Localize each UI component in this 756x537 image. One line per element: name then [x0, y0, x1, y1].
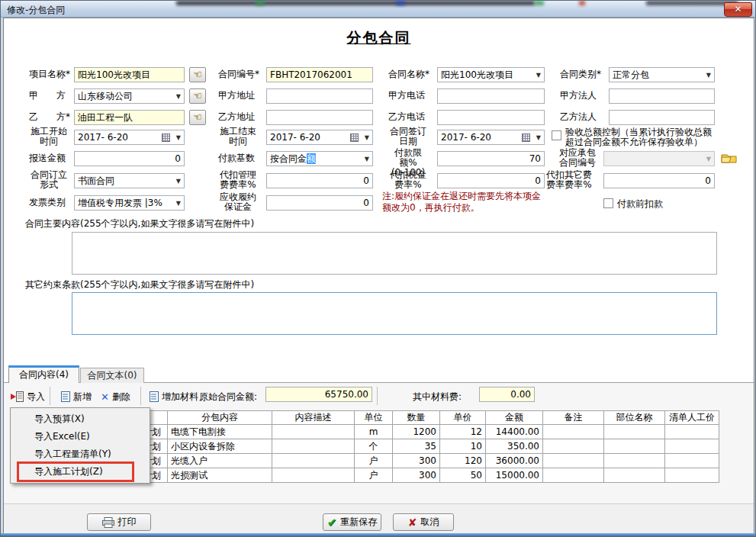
other-terms-textarea[interactable] — [72, 292, 717, 335]
end-date-picker[interactable]: 2017- 6-20▼ — [266, 130, 373, 145]
title-bar[interactable]: 修改-分包合同 ✕ — [1, 1, 756, 18]
pre-pay-deduct-checkbox[interactable] — [603, 198, 613, 208]
calendar-icon[interactable] — [350, 133, 359, 142]
table-cell[interactable]: 50 — [440, 468, 486, 483]
party-b-tel-field[interactable] — [437, 110, 545, 125]
contract-no-field[interactable]: FBHT2017062001 — [266, 67, 373, 82]
pay-base-combo[interactable]: 按合同金额▼ — [266, 151, 373, 166]
chevron-down-icon[interactable]: ▼ — [706, 72, 711, 79]
calendar-icon[interactable] — [522, 133, 530, 142]
table-cell[interactable] — [543, 425, 604, 439]
contract-name-combo[interactable]: 阳光100光改项目▼ — [437, 67, 545, 82]
import-button[interactable]: 导入 — [8, 388, 47, 405]
calendar-icon[interactable] — [162, 133, 170, 142]
table-cell[interactable] — [604, 468, 665, 483]
chevron-down-icon[interactable]: ▼ — [176, 201, 181, 207]
table-cell[interactable] — [543, 439, 604, 454]
project-name-field[interactable]: 阳光100光改项目 — [74, 67, 185, 82]
chevron-down-icon[interactable]: ▼ — [365, 135, 369, 141]
chevron-down-icon[interactable]: ▼ — [365, 156, 369, 162]
accept-total-ctrl-checkbox[interactable] — [552, 130, 561, 140]
table-cell[interactable] — [665, 439, 719, 454]
table-cell[interactable]: 电缆下电割接 — [168, 425, 272, 439]
table-cell[interactable]: 36000.00 — [486, 454, 543, 468]
form-type-label: 合同订立 形式 — [29, 170, 69, 190]
party-a-tel-field[interactable] — [437, 88, 545, 104]
close-button[interactable]: ✕ — [724, 2, 752, 17]
mgmt-fee-field[interactable]: 0 — [266, 173, 373, 188]
material-fee-field[interactable]: 0.00 — [479, 387, 535, 402]
table-cell[interactable] — [665, 468, 719, 483]
tax-fee-field[interactable]: 0 — [437, 173, 545, 188]
table-cell[interactable]: 户 — [355, 454, 393, 468]
report-amount-field[interactable]: 0 — [74, 151, 185, 166]
table-cell[interactable] — [272, 425, 355, 439]
sign-date-value: 2017- 6-20 — [441, 132, 491, 143]
table-cell[interactable]: 300 — [393, 468, 440, 483]
table-cell[interactable]: 35 — [393, 439, 440, 454]
table-cell[interactable] — [272, 454, 355, 468]
table-cell[interactable] — [665, 425, 719, 439]
table-cell[interactable] — [604, 439, 665, 454]
chevron-down-icon[interactable]: ▼ — [176, 135, 181, 141]
delete-row-button[interactable]: ✕ 删除 — [98, 388, 133, 405]
table-cell[interactable] — [543, 468, 604, 483]
related-contract-combo[interactable]: ▼ — [603, 151, 715, 166]
table-cell[interactable] — [543, 454, 604, 468]
table-cell[interactable]: 120 — [440, 454, 486, 468]
chevron-down-icon[interactable]: ▼ — [536, 135, 541, 141]
invoice-type-combo[interactable]: 增值税专用发票 |3%▼ — [74, 195, 185, 211]
form-type-combo[interactable]: 书面合同▼ — [74, 173, 185, 188]
table-cell[interactable]: 小区内设备拆除 — [168, 439, 272, 454]
party-a-addr-field[interactable] — [266, 88, 373, 104]
chevron-down-icon[interactable]: ▼ — [536, 72, 541, 79]
sign-date-picker[interactable]: 2017- 6-20▼ — [437, 130, 545, 145]
table-cell[interactable]: 15000.00 — [486, 468, 543, 483]
party-a-lookup-button[interactable]: ☜ — [189, 88, 206, 104]
table-cell[interactable]: m — [355, 425, 393, 439]
table-cell[interactable]: 光缆入户 — [168, 454, 272, 468]
table-cell[interactable]: 14400.00 — [486, 425, 543, 439]
start-date-picker[interactable]: 2017- 6-20▼ — [74, 130, 185, 145]
other-fee-field[interactable]: 0 — [603, 173, 715, 188]
deposit-field[interactable]: 0 — [266, 195, 373, 211]
table-cell[interactable]: 300 — [393, 454, 440, 468]
party-b-lookup-button[interactable]: ☜ — [189, 110, 206, 125]
orig-amount-field[interactable]: 65750.00 — [265, 387, 372, 402]
menu-item-1[interactable]: 导入预算(X) — [11, 410, 150, 428]
folder-open-button[interactable] — [721, 152, 737, 167]
table-cell[interactable]: 户 — [355, 468, 393, 483]
chevron-down-icon[interactable]: ▼ — [176, 94, 181, 100]
party-a-combo[interactable]: 山东移动公司▼ — [74, 88, 185, 104]
cancel-button[interactable]: ✘ 取消 — [393, 513, 454, 531]
party-b-addr-field[interactable] — [266, 110, 373, 125]
party-b-legal-field[interactable] — [609, 110, 715, 125]
pay-limit-field[interactable]: 70 — [437, 151, 545, 166]
table-cell[interactable]: 光损测试 — [168, 468, 272, 483]
add-material-button[interactable]: 增加材料 — [147, 388, 201, 405]
tab-contract-text[interactable]: 合同文本(0) — [80, 368, 144, 383]
table-cell[interactable]: 12 — [440, 425, 486, 439]
main-content-textarea[interactable] — [72, 232, 717, 275]
table-cell[interactable] — [272, 439, 355, 454]
table-cell[interactable] — [272, 468, 355, 483]
table-cell[interactable]: 个 — [355, 439, 393, 454]
add-row-button[interactable]: 新增 — [59, 388, 94, 405]
table-cell[interactable] — [665, 454, 719, 468]
print-button[interactable]: 打印 — [87, 513, 151, 531]
project-lookup-button[interactable]: ☜ — [189, 67, 206, 82]
party-b-field[interactable]: 油田工程一队 — [74, 110, 185, 125]
chevron-down-icon[interactable]: ▼ — [176, 178, 181, 185]
tab-contract-content[interactable]: 合同内容(4) — [8, 365, 79, 383]
menu-item-3[interactable]: 导入工程量清单(Y) — [11, 445, 150, 463]
contract-type-combo[interactable]: 正常分包▼ — [609, 67, 715, 82]
table-cell[interactable] — [604, 454, 665, 468]
save-button[interactable]: ✔ 重新保存 — [323, 513, 381, 531]
table-cell[interactable]: 10 — [440, 439, 486, 454]
party-a-legal-field[interactable] — [609, 88, 715, 104]
table-cell[interactable]: 1200 — [393, 425, 440, 439]
menu-item-2[interactable]: 导入Excel(E) — [11, 428, 150, 445]
table-cell[interactable] — [604, 425, 665, 439]
other-terms-label: 其它约束条款(255个字以内,如果文字很多请写在附件中) — [25, 280, 254, 290]
table-cell[interactable]: 350.00 — [486, 439, 543, 454]
